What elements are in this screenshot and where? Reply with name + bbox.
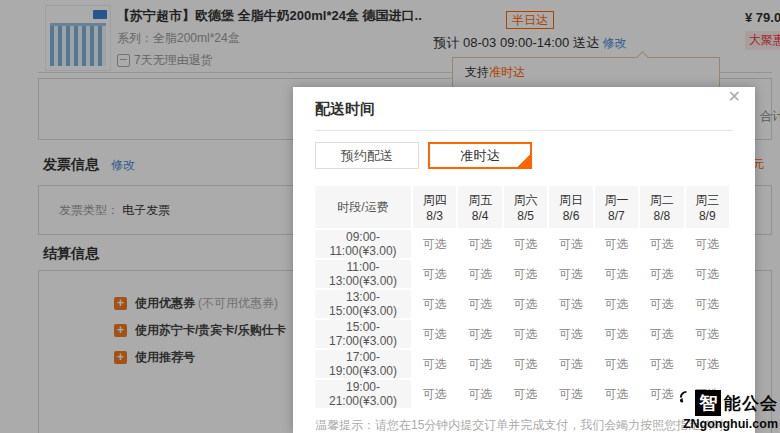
slot-cell[interactable]: 可选 <box>549 230 592 258</box>
close-icon[interactable]: ✕ <box>728 87 741 106</box>
slot-cell[interactable]: 可选 <box>413 350 456 378</box>
slot-cell[interactable]: 可选 <box>549 290 592 318</box>
slot-cell[interactable]: 可选 <box>504 380 547 408</box>
slot-cell[interactable]: 可选 <box>686 230 729 258</box>
slot-cell[interactable]: 可选 <box>640 350 683 378</box>
slot-cell[interactable]: 可选 <box>549 380 592 408</box>
slot-cell[interactable]: 可选 <box>458 320 501 348</box>
slot-time: 11:00-13:00(¥3.00) <box>315 260 411 288</box>
slot-cell[interactable]: 可选 <box>413 260 456 288</box>
modal-title: 配送时间 <box>315 100 375 117</box>
slot-cell[interactable]: 可选 <box>504 290 547 318</box>
watermark-logo-char: 智 <box>695 390 721 416</box>
day-header: 周五8/4 <box>458 186 501 228</box>
slot-row: 17:00-19:00(¥3.00) 可选 可选 可选 可选 可选 可选 可选 <box>315 350 729 378</box>
slot-cell[interactable]: 可选 <box>640 230 683 258</box>
slot-cell[interactable]: 可选 <box>458 350 501 378</box>
delivery-time-modal: 配送时间 ✕ 预约配送 准时达 ✓ 时段/运费 周四8/3 周五8/4 周六8/… <box>293 87 755 433</box>
slot-time: 15:00-17:00(¥3.00) <box>315 320 411 348</box>
slot-cell[interactable]: 可选 <box>458 290 501 318</box>
slot-cell[interactable]: 可选 <box>458 380 501 408</box>
tab-reserved-delivery[interactable]: 预约配送 <box>315 142 419 169</box>
slot-cell[interactable]: 可选 <box>413 290 456 318</box>
slot-cell[interactable]: 可选 <box>595 350 638 378</box>
delivery-slot-table: 时段/运费 周四8/3 周五8/4 周六8/5 周日8/6 周一8/7 周二8/… <box>313 184 731 410</box>
slot-row: 19:00-21:00(¥3.00) 可选 可选 可选 可选 可选 可选 可选 <box>315 380 729 408</box>
delivery-tabs: 预约配送 准时达 ✓ <box>315 142 733 169</box>
checkout-page: 【苏宁超市】欧德堡 全脂牛奶200ml*24盒 德国进口.. 系列：全脂200m… <box>0 0 780 433</box>
slot-cell[interactable]: 可选 <box>595 260 638 288</box>
slot-row: 09:00-11:00(¥3.00) 可选 可选 可选 可选 可选 可选 可选 <box>315 230 729 258</box>
day-header: 周四8/3 <box>413 186 456 228</box>
slot-row: 15:00-17:00(¥3.00) 可选 可选 可选 可选 可选 可选 可选 <box>315 320 729 348</box>
selected-check-icon: ✓ <box>523 146 530 169</box>
slot-cell[interactable]: 可选 <box>549 260 592 288</box>
slot-cell[interactable]: 可选 <box>549 320 592 348</box>
day-header: 周三8/9 <box>686 186 729 228</box>
slot-time: 13:00-15:00(¥3.00) <box>315 290 411 318</box>
corner-header: 时段/运费 <box>315 186 411 228</box>
slot-cell[interactable]: 可选 <box>504 350 547 378</box>
slot-time: 09:00-11:00(¥3.00) <box>315 230 411 258</box>
tab-ontime-delivery[interactable]: 准时达 ✓ <box>428 142 532 169</box>
slot-cell[interactable]: 可选 <box>595 380 638 408</box>
slot-cell[interactable]: 可选 <box>686 320 729 348</box>
slot-time: 17:00-19:00(¥3.00) <box>315 350 411 378</box>
signal-icon <box>679 390 692 403</box>
slot-cell[interactable]: 可选 <box>413 230 456 258</box>
slot-cell[interactable]: 可选 <box>640 320 683 348</box>
slot-row: 13:00-15:00(¥3.00) 可选 可选 可选 可选 可选 可选 可选 <box>315 290 729 318</box>
slot-cell[interactable]: 可选 <box>549 350 592 378</box>
watermark-domain: ZNgonghui.com <box>679 417 778 431</box>
slot-cell[interactable]: 可选 <box>504 260 547 288</box>
slot-row: 11:00-13:00(¥3.00) 可选 可选 可选 可选 可选 可选 可选 <box>315 260 729 288</box>
znganghui-watermark: 智 能公会 ZNgonghui.com <box>679 390 778 431</box>
slot-cell[interactable]: 可选 <box>595 230 638 258</box>
slot-cell[interactable]: 可选 <box>458 260 501 288</box>
day-header: 周一8/7 <box>595 186 638 228</box>
tab-ontime-label: 准时达 <box>461 148 500 163</box>
modal-notice: 温馨提示：请您在15分钟内提交订单并完成支付，我们会竭力按照您指定的时间送达，但… <box>315 417 733 433</box>
slot-cell[interactable]: 可选 <box>686 350 729 378</box>
slot-cell[interactable]: 可选 <box>504 230 547 258</box>
slot-cell[interactable]: 可选 <box>640 260 683 288</box>
slot-cell[interactable]: 可选 <box>686 260 729 288</box>
slot-cell[interactable]: 可选 <box>458 230 501 258</box>
slot-cell[interactable]: 可选 <box>640 380 683 408</box>
watermark-logo-row: 智 能公会 <box>679 390 778 416</box>
slot-cell[interactable]: 可选 <box>413 380 456 408</box>
slot-cell[interactable]: 可选 <box>413 320 456 348</box>
slot-cell[interactable]: 可选 <box>595 290 638 318</box>
modal-header: 配送时间 ✕ <box>315 87 733 119</box>
slot-cell[interactable]: 可选 <box>686 290 729 318</box>
day-header: 周日8/6 <box>549 186 592 228</box>
table-header-row: 时段/运费 周四8/3 周五8/4 周六8/5 周日8/6 周一8/7 周二8/… <box>315 186 729 228</box>
slot-cell[interactable]: 可选 <box>504 320 547 348</box>
slot-time: 19:00-21:00(¥3.00) <box>315 380 411 408</box>
slot-cell[interactable]: 可选 <box>595 320 638 348</box>
modal-divider <box>315 130 733 131</box>
day-header: 周二8/8 <box>640 186 683 228</box>
day-header: 周六8/5 <box>504 186 547 228</box>
slot-cell[interactable]: 可选 <box>640 290 683 318</box>
watermark-brand: 能公会 <box>724 392 778 415</box>
